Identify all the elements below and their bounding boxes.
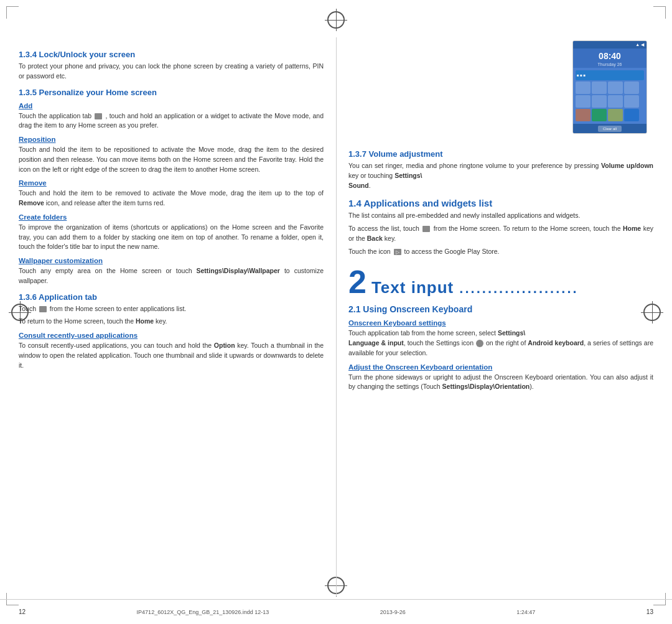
consult-recent-label: Consult recently-used applications	[19, 332, 324, 339]
section-136-body2: To return to the Home screen, touch the …	[19, 317, 324, 327]
phone-image-spacer	[348, 44, 653, 143]
section-14-body3: Touch the icon ▷ to access the Google Pl…	[348, 247, 653, 257]
wallpaper-label: Wallpaper customization	[19, 257, 324, 264]
section-137-title: 1.3.7 Volume adjustment	[348, 149, 653, 159]
page-container: ▲ ◀ 08:40 Thursday 26 ■ ■ ■ C	[0, 0, 672, 624]
onscreen-keyboard-settings-body: Touch application tab from the home scre…	[348, 328, 653, 358]
section-134-title: 1.3.4 Lock/Unlock your screen	[19, 50, 324, 59]
onscreen-keyboard-settings-label: Onscreen Keyboard settings	[348, 319, 653, 327]
adjust-orientation-label: Adjust the Onscreen Keyboard orientation	[348, 363, 653, 371]
section-136-body1: Touch from the Home screen to enter appl…	[19, 304, 324, 314]
remove-label: Remove	[19, 179, 324, 187]
right-column: 1.3.7 Volume adjustment You can set ring…	[336, 37, 653, 596]
adjust-orientation-body: Turn the phone sideways or upright to ad…	[348, 373, 653, 393]
chapter-dots: .....................	[454, 281, 578, 296]
remove-body: Touch and hold the item to be removed to…	[19, 189, 324, 208]
consult-recent-body: To consult recently-used applications, y…	[19, 341, 324, 370]
footer-time: 1:24:47	[516, 609, 535, 615]
section-21-title: 2.1 Using Onscreen Keyboard	[348, 304, 653, 314]
wallpaper-body: Touch any empty area on the Home screen …	[19, 266, 324, 286]
section-137-body: You can set ringer, media and phone ring…	[348, 161, 653, 190]
create-folders-body: To improve the organization of items (sh…	[19, 223, 324, 252]
left-page-number: 12	[19, 608, 26, 615]
footer-file: IP4712_6012X_QG_Eng_GB_21_130926.indd 12…	[137, 609, 269, 615]
right-page-number: 13	[646, 608, 653, 615]
add-label: Add	[19, 102, 324, 109]
content-area: 1.3.4 Lock/Unlock your screen To protect…	[19, 37, 653, 596]
left-column: 1.3.4 Lock/Unlock your screen To protect…	[19, 37, 336, 596]
reposition-label: Reposition	[19, 136, 324, 143]
corner-mark-tl	[6, 6, 19, 19]
section-134-body: To protect your phone and privacy, you c…	[19, 62, 324, 81]
create-folders-label: Create folders	[19, 213, 324, 221]
section-14-title: 1.4 Applications and widgets list	[348, 198, 653, 208]
chapter-2-heading: 2 Text input .....................	[348, 266, 653, 298]
chapter-number: 2	[348, 266, 366, 298]
reposition-body: Touch and hold the item to be reposition…	[19, 145, 324, 174]
chapter-title: Text input .....................	[371, 278, 579, 297]
add-body: Touch the application tab , touch and ho…	[19, 111, 324, 131]
footer: 12 IP4712_6012X_QG_Eng_GB_21_130926.indd…	[0, 599, 672, 624]
section-136-title: 1.3.6 Application tab	[19, 292, 324, 302]
section-135-title: 1.3.5 Personalize your Home screen	[19, 88, 324, 97]
section-14-body1: The list contains all pre-embedded and n…	[348, 211, 653, 221]
section-14-body2: To access the list, touch from the Home …	[348, 224, 653, 244]
crosshair-top	[327, 11, 345, 29]
footer-date: 2013-9-26	[380, 609, 406, 615]
corner-mark-tr	[653, 6, 666, 19]
